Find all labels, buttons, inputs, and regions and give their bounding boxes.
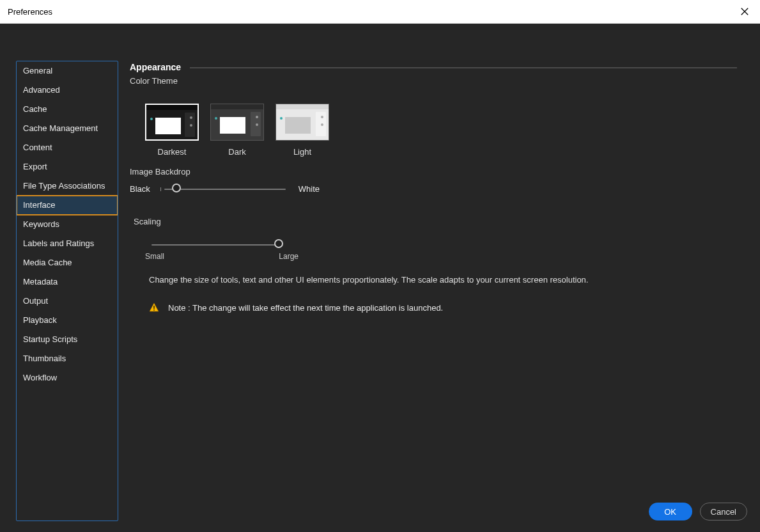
- color-theme-label: Color Theme: [130, 76, 737, 86]
- backdrop-slider[interactable]: [164, 189, 286, 190]
- sidebar-item-content[interactable]: Content: [17, 138, 118, 157]
- window-title: Preferences: [8, 7, 52, 17]
- theme-option-darkest[interactable]: Darkest: [145, 104, 199, 157]
- theme-thumb-light: [275, 104, 329, 141]
- theme-option-dark[interactable]: Dark: [210, 104, 264, 157]
- sidebar-item-cache-management[interactable]: Cache Management: [17, 119, 118, 138]
- sidebar-item-interface[interactable]: Interface: [16, 195, 118, 215]
- appearance-header: Appearance: [130, 62, 737, 72]
- sidebar-item-advanced[interactable]: Advanced: [17, 81, 118, 100]
- ok-button[interactable]: OK: [649, 503, 692, 520]
- theme-label-darkest: Darkest: [158, 147, 187, 157]
- image-backdrop-label: Image Backdrop: [130, 167, 737, 176]
- sidebar-item-keywords[interactable]: Keywords: [17, 215, 118, 234]
- scaling-slider[interactable]: [151, 244, 279, 246]
- sidebar-item-file-type-associations[interactable]: File Type Associations: [17, 176, 118, 196]
- close-icon[interactable]: [737, 4, 752, 19]
- dialog-footer: OK Cancel: [649, 503, 747, 520]
- scaling-section: Scaling Small Large Change the size of t…: [134, 217, 737, 313]
- dialog-content: General Advanced Cache Cache Management …: [0, 24, 760, 532]
- sidebar-item-metadata[interactable]: Metadata: [17, 272, 118, 292]
- sidebar-item-playback[interactable]: Playback: [17, 311, 118, 330]
- sidebar-item-cache[interactable]: Cache: [17, 100, 118, 119]
- image-backdrop-section: Image Backdrop Black White: [130, 167, 737, 194]
- theme-label-light: Light: [293, 147, 311, 157]
- sidebar-item-export[interactable]: Export: [17, 157, 118, 176]
- section-divider: [190, 67, 737, 68]
- theme-label-dark: Dark: [228, 147, 245, 157]
- theme-option-light[interactable]: Light: [275, 104, 329, 157]
- warning-icon: [149, 302, 159, 313]
- backdrop-slider-thumb[interactable]: [172, 184, 181, 192]
- svg-rect-1: [153, 306, 155, 309]
- scaling-note-text: Note : The change will take effect the n…: [168, 303, 443, 313]
- backdrop-min-label: Black: [130, 184, 150, 194]
- sidebar-item-output[interactable]: Output: [17, 292, 118, 311]
- appearance-title: Appearance: [130, 62, 181, 72]
- scaling-label: Scaling: [134, 217, 737, 226]
- cancel-button[interactable]: Cancel: [700, 503, 747, 520]
- sidebar-item-general[interactable]: General: [17, 61, 118, 81]
- theme-thumb-dark: [210, 104, 264, 141]
- scaling-note-row: Note : The change will take effect the n…: [149, 302, 737, 313]
- scaling-slider-thumb[interactable]: [274, 239, 283, 248]
- sidebar-item-media-cache[interactable]: Media Cache: [17, 253, 118, 272]
- svg-rect-2: [153, 309, 155, 311]
- preferences-sidebar: General Advanced Cache Cache Management …: [16, 61, 118, 521]
- scaling-description: Change the size of tools, text and other…: [149, 275, 737, 285]
- sidebar-item-labels-and-ratings[interactable]: Labels and Ratings: [17, 234, 118, 253]
- theme-thumb-darkest: [145, 104, 199, 141]
- scaling-max-label: Large: [279, 252, 299, 261]
- sidebar-item-thumbnails[interactable]: Thumbnails: [17, 349, 118, 368]
- titlebar: Preferences: [0, 0, 760, 24]
- sidebar-item-startup-scripts[interactable]: Startup Scripts: [17, 330, 118, 349]
- scaling-min-label: Small: [145, 252, 164, 261]
- sidebar-item-workflow[interactable]: Workflow: [17, 368, 118, 387]
- color-theme-row: Darkest Dark: [145, 104, 737, 157]
- backdrop-max-label: White: [299, 184, 320, 194]
- main-panel: Appearance Color Theme Darkest: [130, 62, 737, 313]
